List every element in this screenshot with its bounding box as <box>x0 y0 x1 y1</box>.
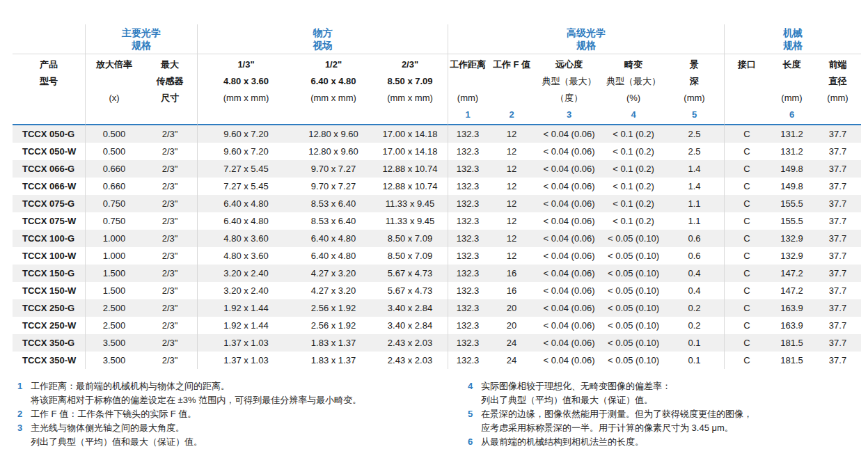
cell-depth-of-field: 0.1 <box>665 352 724 369</box>
header-line: 产品 <box>40 56 58 73</box>
cell-telecentricity: < 0.04 (0.06) <box>536 195 602 212</box>
cell-length: 163.9 <box>769 317 814 334</box>
cell-max-sensor-size: 2/3" <box>143 212 197 230</box>
footnote-1: 1工作距离：最前端的机械机构与物体之间的距离。将该距离相对于标称值的偏差设定在 … <box>17 379 361 407</box>
cell-length: 181.5 <box>769 334 814 352</box>
footnote-text: 工作 F 值：工作条件下镜头的实际 F 值。 <box>31 407 196 421</box>
cell-telecentricity: < 0.04 (0.06) <box>536 334 602 352</box>
cell-working-f-number: 12 <box>487 195 536 212</box>
cell-max-sensor-size: 2/3" <box>143 352 197 369</box>
cell-depth-of-field: 2.5 <box>665 143 724 160</box>
header-line: 工作 F 值 <box>493 56 530 73</box>
cell-fov-two-thirds: 2.43 x 2.03 <box>372 352 448 369</box>
cell-mount: C <box>724 143 769 160</box>
cell-max-sensor-size: 2/3" <box>143 178 197 195</box>
cell-fov-one-third: 3.20 x 2.40 <box>197 265 294 282</box>
cell-mount: C <box>724 334 769 352</box>
cell-front-diameter: 37.7 <box>814 299 861 317</box>
cell-depth-of-field: 0.2 <box>665 317 724 334</box>
cell-front-diameter: 37.7 <box>814 230 861 247</box>
group-spacer <box>13 24 85 54</box>
cell-fov-one-half: 4.27 x 3.20 <box>294 282 372 299</box>
cell-fov-two-thirds: 3.40 x 2.84 <box>372 299 448 317</box>
cell-magnification: 0.750 <box>85 195 143 212</box>
cell-front-diameter: 37.7 <box>814 352 861 369</box>
header-line: 典型（最大） <box>606 73 661 90</box>
header-line: 接口 <box>738 56 756 73</box>
cell-magnification: 0.660 <box>85 160 143 178</box>
cell-distortion: < 0.1 (0.2) <box>602 212 665 230</box>
cell-working-distance: 132.3 <box>448 212 487 230</box>
column-header-length: 长度 (mm)6 <box>769 54 814 125</box>
footnote-text: 主光线与物体侧光轴之间的最大角度。列出了典型（平均）值和最大（保证）值。 <box>31 421 203 449</box>
cell-max-sensor-size: 2/3" <box>143 247 197 265</box>
cell-fov-two-thirds: 12.88 x 10.74 <box>372 160 448 178</box>
cell-model: TCCX 075-W <box>13 212 85 230</box>
footnote-3: 3主光线与物体侧光轴之间的最大角度。列出了典型（平均）值和最大（保证）值。 <box>17 421 361 449</box>
footnote-number: 4 <box>468 379 481 393</box>
cell-working-f-number: 20 <box>487 317 536 334</box>
header-line <box>510 73 513 90</box>
footnote-2: 2工作 F 值：工作条件下镜头的实际 F 值。 <box>17 407 361 421</box>
cell-magnification: 1.000 <box>85 230 143 247</box>
cell-fov-one-third: 1.92 x 1.44 <box>197 317 294 334</box>
cell-telecentricity: < 0.04 (0.06) <box>536 282 602 299</box>
cell-fov-two-thirds: 3.40 x 2.84 <box>372 317 448 334</box>
column-header-depth-of-field: 景深(mm)5 <box>665 54 724 125</box>
cell-model: TCCX 250-W <box>13 317 85 334</box>
cell-working-distance: 132.3 <box>448 178 487 195</box>
cell-telecentricity: < 0.04 (0.06) <box>536 143 602 160</box>
group-header-main-optical-specs: 主要光学规格 <box>85 24 197 54</box>
cell-depth-of-field: 1.1 <box>665 212 724 230</box>
cell-working-distance: 132.3 <box>448 125 487 143</box>
column-footnote-ref: 3 <box>567 107 571 123</box>
cell-depth-of-field: 0.2 <box>665 299 724 317</box>
column-header-fov-two-thirds: 2/3"8.50 x 7.09(mm x mm) <box>372 54 448 125</box>
cell-front-diameter: 37.7 <box>814 334 861 352</box>
footnote-line: 工作距离：最前端的机械机构与物体之间的距离。 <box>31 379 361 393</box>
cell-telecentricity: < 0.04 (0.06) <box>536 317 602 334</box>
header-line: 4.80 x 3.60 <box>223 73 269 90</box>
cell-fov-one-half: 9.70 x 7.27 <box>294 178 372 195</box>
cell-depth-of-field: 1.1 <box>665 195 724 212</box>
column-footnote-ref: 4 <box>631 107 636 123</box>
header-line: 直径 <box>829 73 847 90</box>
cell-working-distance: 132.3 <box>448 143 487 160</box>
cell-fov-two-thirds: 11.33 x 9.45 <box>372 195 448 212</box>
cell-model: TCCX 075-G <box>13 195 85 212</box>
cell-fov-one-half: 2.56 x 1.92 <box>294 317 372 334</box>
cell-model: TCCX 350-W <box>13 352 85 369</box>
group-label-line1: 机械 <box>783 26 803 39</box>
cell-length: 155.5 <box>769 212 814 230</box>
cell-front-diameter: 37.7 <box>814 143 861 160</box>
header-line: （度） <box>555 90 583 107</box>
cell-max-sensor-size: 2/3" <box>143 334 197 352</box>
cell-fov-one-third: 1.92 x 1.44 <box>197 299 294 317</box>
cell-working-distance: 132.3 <box>448 230 487 247</box>
footnote-line: 从最前端的机械结构到相机法兰的长度。 <box>481 435 644 449</box>
cell-working-f-number: 12 <box>487 212 536 230</box>
cell-depth-of-field: 1.4 <box>665 178 724 195</box>
group-label-line2: 规格 <box>132 39 151 52</box>
column-footnote-ref: 5 <box>692 107 697 123</box>
cell-magnification: 1.000 <box>85 247 143 265</box>
header-line <box>245 107 248 123</box>
cell-working-distance: 132.3 <box>448 282 487 299</box>
cell-fov-one-third: 6.40 x 4.80 <box>197 212 294 230</box>
cell-fov-one-half: 4.27 x 3.20 <box>294 265 372 282</box>
cell-telecentricity: < 0.04 (0.06) <box>536 352 602 369</box>
cell-fov-two-thirds: 11.33 x 9.45 <box>372 212 448 230</box>
cell-distortion: < 0.1 (0.2) <box>602 143 665 160</box>
header-line <box>466 73 469 90</box>
cell-distortion: < 0.1 (0.2) <box>602 160 665 178</box>
cell-working-f-number: 12 <box>487 125 536 143</box>
cell-working-distance: 132.3 <box>448 334 487 352</box>
group-label-line1: 物方 <box>313 26 333 39</box>
column-footnote-ref: 2 <box>509 107 514 123</box>
cell-depth-of-field: 1.4 <box>665 160 724 178</box>
cell-mount: C <box>724 160 769 178</box>
cell-magnification: 2.500 <box>85 299 143 317</box>
cell-working-distance: 132.3 <box>448 160 487 178</box>
cell-fov-two-thirds: 5.67 x 4.73 <box>372 282 448 299</box>
cell-working-distance: 132.3 <box>448 299 487 317</box>
